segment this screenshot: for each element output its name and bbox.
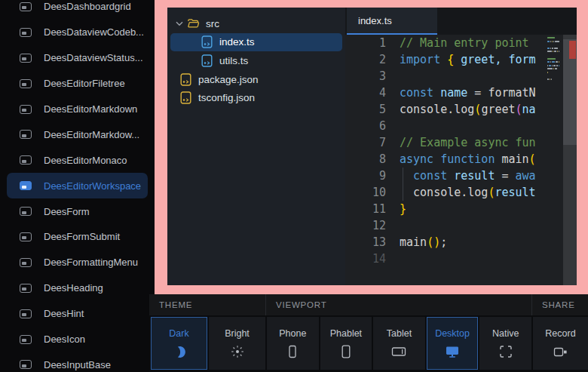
- sidebar-item-deesformsubmit[interactable]: DeesFormSubmit: [0, 224, 155, 250]
- line-content: }: [386, 201, 406, 217]
- tree-item-utils-ts[interactable]: utils.ts: [170, 51, 342, 70]
- component-catalog-app: DeesDashboardgridDeesDataviewCodeb...Dee…: [0, 0, 588, 372]
- line-content: [386, 118, 400, 134]
- code-pane[interactable]: 1// Main entry point2import { greet, for…: [345, 35, 547, 285]
- phone-button[interactable]: Phone: [267, 317, 319, 370]
- code-line: 13main();: [345, 234, 547, 251]
- toolbar-section-theme: THEMEDarkBright: [149, 294, 265, 372]
- code-line: 9 const result = awa: [345, 168, 547, 184]
- sidebar-item-deesdashboardgrid[interactable]: DeesDashboardgrid: [0, 0, 155, 20]
- sidebar-item-deeseditormarkdown[interactable]: DeesEditorMarkdown: [0, 97, 155, 122]
- code-line: 5console.log(greet(na: [345, 101, 547, 118]
- sidebar-item-deeshint[interactable]: DeesHint: [0, 301, 155, 327]
- dark-button[interactable]: Dark: [151, 317, 207, 370]
- chevron-down-icon: [175, 19, 184, 28]
- toolbar-button-row: DarkBright: [149, 315, 265, 372]
- toolbar-section-viewport: VIEWPORTPhonePhabletTabletDesktopNative: [265, 294, 531, 372]
- tree-item-src[interactable]: src: [170, 14, 342, 33]
- line-number: 2: [345, 51, 386, 68]
- code-file-icon: [201, 35, 213, 48]
- line-number: 8: [345, 151, 386, 168]
- moon-icon: [173, 345, 185, 358]
- tree-item-index-ts[interactable]: index.ts: [170, 33, 342, 52]
- native-button[interactable]: Native: [479, 317, 531, 370]
- tree-item-tsconfig-json[interactable]: tsconfig.json: [170, 88, 342, 107]
- record-icon: [553, 345, 568, 358]
- code-line: 7// Example async fun: [345, 134, 547, 151]
- code-line: 6: [345, 118, 547, 134]
- code-line: 10 console.log(result: [345, 184, 547, 201]
- sidebar-item-label: DeesDataviewCodeb...: [44, 26, 144, 38]
- component-icon: [20, 130, 32, 139]
- button-label: Desktop: [435, 328, 470, 339]
- tablet-icon: [391, 345, 406, 358]
- code-line: 12: [345, 217, 547, 234]
- fullscreen-icon: [499, 345, 513, 358]
- sidebar-item-deeseditorworkspace[interactable]: DeesEditorWorkspace: [7, 173, 148, 198]
- tree-item-label: tsconfig.json: [198, 92, 255, 103]
- sidebar-item-deesdataviewcodeb[interactable]: DeesDataviewCodeb...: [0, 20, 155, 45]
- bottom-toolbar: THEMEDarkBrightVIEWPORTPhonePhabletTable…: [149, 294, 588, 372]
- sidebar-item-deesinputbase[interactable]: DeesInputBase: [0, 352, 155, 372]
- button-label: Bright: [225, 328, 250, 339]
- line-content: const result = awa: [386, 168, 536, 184]
- sidebar-item-deesicon[interactable]: DeesIcon: [0, 327, 155, 352]
- sidebar-item-deesheading[interactable]: DeesHeading: [0, 275, 155, 301]
- record-button[interactable]: Record: [533, 317, 588, 370]
- line-number: 3: [345, 68, 386, 85]
- editor-column: index.ts 1// Main entry point2import { g…: [345, 8, 577, 285]
- sidebar-item-label: DeesHeading: [44, 282, 103, 294]
- file-tree: srcindex.tsutils.tspackage.jsontsconfig.…: [167, 8, 345, 285]
- sidebar-item-deesdataviewstatus[interactable]: DeesDataviewStatus...: [0, 45, 155, 71]
- component-icon: [20, 54, 32, 63]
- component-sidebar: DeesDashboardgridDeesDataviewCodeb...Dee…: [0, 0, 155, 372]
- toolbar-section-title: SHARE: [531, 294, 588, 315]
- component-icon: [20, 258, 32, 267]
- component-icon: [20, 2, 32, 11]
- line-number: 12: [345, 217, 386, 234]
- tree-item-package-json[interactable]: package.json: [170, 70, 342, 89]
- folder-open-icon: [187, 17, 200, 30]
- code-line: 11}: [345, 201, 547, 217]
- line-content: [386, 68, 400, 85]
- tab-label: index.ts: [358, 15, 392, 26]
- component-icon: [20, 79, 32, 88]
- sidebar-item-label: DeesIcon: [44, 334, 85, 345]
- phablet-icon: [339, 345, 353, 358]
- component-icon: [20, 28, 32, 37]
- sidebar-item-deesformattingmenu[interactable]: DeesFormattingMenu: [0, 250, 155, 275]
- line-content: [386, 251, 400, 267]
- sidebar-item-deeseditormonaco[interactable]: DeesEditorMonaco: [0, 147, 155, 173]
- editor-workspace-demo: srcindex.tsutils.tspackage.jsontsconfig.…: [167, 8, 577, 285]
- tree-item-label: package.json: [198, 74, 259, 85]
- error-overview-marker: [569, 41, 576, 59]
- sidebar-item-label: DeesDataviewStatus...: [44, 52, 143, 63]
- code-line: 8async function main(: [345, 151, 547, 168]
- line-content: async function main(: [386, 151, 536, 168]
- desktop-button[interactable]: Desktop: [427, 317, 479, 370]
- demo-frame-highlight: srcindex.tsutils.tspackage.jsontsconfig.…: [155, 0, 588, 294]
- sidebar-item-deeseditormarkdow[interactable]: DeesEditorMarkdow...: [0, 121, 155, 147]
- line-number: 7: [345, 134, 386, 151]
- sidebar-item-label: DeesEditorMonaco: [44, 155, 127, 166]
- code-editor: 1// Main entry point2import { greet, for…: [345, 35, 577, 285]
- code-line: 14: [345, 251, 547, 267]
- line-number: 1: [345, 35, 386, 51]
- code-file-icon: [201, 54, 213, 67]
- sidebar-item-label: DeesEditorMarkdown: [44, 103, 137, 115]
- component-icon: [20, 232, 32, 241]
- toolbar-section-title: VIEWPORT: [265, 294, 531, 315]
- line-number: 13: [345, 234, 386, 251]
- sidebar-item-deeseditorfiletree[interactable]: DeesEditorFiletree: [0, 71, 155, 97]
- line-number: 5: [345, 101, 386, 118]
- line-content: // Main entry point: [386, 35, 529, 51]
- sidebar-item-label: DeesForm: [44, 206, 90, 217]
- sidebar-item-deesform[interactable]: DeesForm: [0, 198, 155, 224]
- phablet-button[interactable]: Phablet: [320, 317, 372, 370]
- tablet-button[interactable]: Tablet: [373, 317, 425, 370]
- minimap[interactable]: [547, 35, 563, 285]
- button-label: Phone: [279, 328, 306, 339]
- sidebar-item-label: DeesDashboardgrid: [44, 1, 131, 12]
- bright-button[interactable]: Bright: [209, 317, 265, 370]
- tab-index-ts[interactable]: index.ts: [347, 8, 437, 35]
